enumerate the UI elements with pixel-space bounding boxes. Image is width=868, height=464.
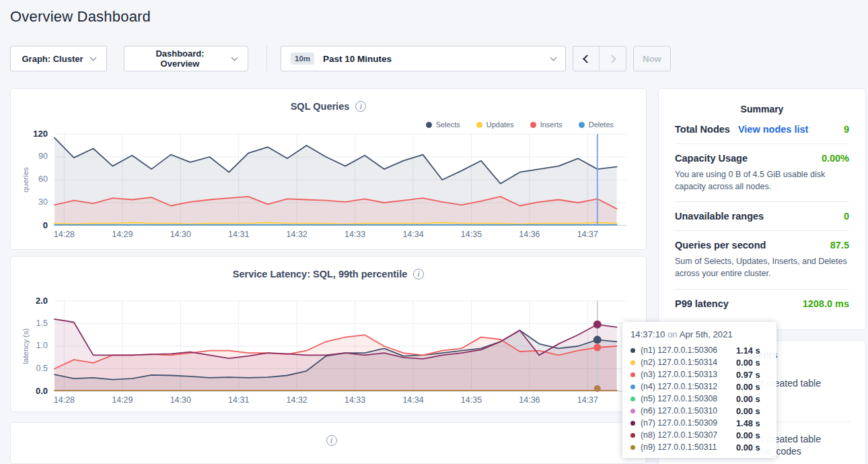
x-axis-tick: 14:34 <box>397 395 429 405</box>
summary-row-description: Sum of Selects, Updates, Inserts, and De… <box>675 255 849 279</box>
summary-title: Summary <box>659 89 865 114</box>
node-color-dot <box>630 372 635 377</box>
node-address: (n7) 127.0.0.1:50309 <box>641 418 736 428</box>
x-axis-tick: 14:32 <box>281 230 313 239</box>
summary-row-value: 9 <box>844 124 849 135</box>
summary-row-label: Total Nodes <box>675 124 730 135</box>
legend-dot <box>476 122 482 128</box>
summary-row: Capacity Usage0.00%You are using 0 B of … <box>675 153 849 193</box>
summary-row-main: P99 latency1208.0 ms <box>675 298 849 309</box>
summary-panel: Summary Total NodesView nodes list9Capac… <box>658 88 866 330</box>
node-latency-value: 1.14 s <box>736 345 760 356</box>
x-axis-tick: 14:31 <box>223 395 255 405</box>
summary-row: P99 latency1208.0 ms <box>675 298 849 309</box>
tooltip-node-row: (n6) 127.0.0.1:503100.00 s <box>630 405 768 417</box>
node-address: (n6) 127.0.0.1:50310 <box>641 406 736 416</box>
replicas-per-node-chart-card: i <box>10 422 647 464</box>
legend-label: Updates <box>486 121 514 129</box>
overview-dashboard-page: Overview Dashboard Graph: Cluster Dashbo… <box>0 0 868 464</box>
node-color-dot <box>630 421 635 426</box>
x-axis-tick: 14:33 <box>339 230 371 239</box>
service-latency-chart-plot[interactable] <box>55 301 626 391</box>
chevron-down-icon <box>231 54 238 61</box>
y-axis-tick: 0 <box>18 220 48 230</box>
now-button[interactable]: Now <box>633 46 671 71</box>
toolbar-divider <box>266 46 267 71</box>
legend-label: Deletes <box>589 121 614 129</box>
x-axis-tick: 14:34 <box>397 230 429 239</box>
time-range-selector[interactable]: 10m Past 10 Minutes <box>281 46 566 71</box>
legend-item-selects: Selects <box>426 121 460 129</box>
summary-row-main: Queries per second87.5 <box>675 240 849 251</box>
summary-row-label: Unavailable ranges <box>675 211 764 222</box>
y-axis-tick: 30 <box>18 197 48 207</box>
info-icon[interactable]: i <box>413 269 424 279</box>
x-axis-tick: 14:35 <box>455 230 487 239</box>
chart-title-row: SQL Queries i <box>11 101 646 112</box>
summary-row-description: You are using 0 B of 4.5 GiB usable disk… <box>675 168 849 193</box>
summary-row-value: 0 <box>844 211 849 222</box>
tooltip-node-row: (n9) 127.0.0.1:503110.00 s <box>630 441 768 453</box>
info-icon[interactable]: i <box>355 101 366 112</box>
node-address: (n3) 127.0.0.1:50313 <box>641 370 736 379</box>
summary-row: Total NodesView nodes list9 <box>675 124 849 135</box>
node-address: (n1) 127.0.0.1:50306 <box>641 345 736 355</box>
tooltip-timestamp: 14:37:10 on Apr 5th, 2021 <box>630 329 768 339</box>
summary-row-value: 0.00% <box>822 153 849 164</box>
summary-divider <box>675 143 849 144</box>
node-address: (n9) 127.0.0.1:50311 <box>641 442 736 452</box>
node-latency-value: 0.00 s <box>736 394 760 404</box>
x-axis-tick: 14:29 <box>106 395 139 405</box>
summary-divider <box>675 201 849 202</box>
node-latency-value: 0.00 s <box>736 406 760 416</box>
node-color-dot <box>630 397 635 401</box>
time-back-button[interactable] <box>573 46 600 71</box>
x-axis-tick: 14:32 <box>281 395 313 405</box>
time-window-badge: 10m <box>291 53 314 65</box>
summary-divider <box>675 230 849 231</box>
node-address: (n8) 127.0.0.1:50307 <box>641 430 736 440</box>
tooltip-node-row: (n3) 127.0.0.1:503130.97 s <box>630 368 768 380</box>
y-axis-tick: 1.0 <box>18 341 48 350</box>
chevron-down-icon <box>89 54 96 61</box>
time-forward-button[interactable] <box>600 46 626 71</box>
summary-row-main: Total NodesView nodes list9 <box>675 124 849 135</box>
node-color-dot <box>630 409 635 413</box>
node-latency-value: 0.00 s <box>736 442 760 453</box>
chart-title-row: Service Latency: SQL, 99th percentile i <box>11 269 646 279</box>
summary-row-main: Capacity Usage0.00% <box>675 153 849 164</box>
x-axis-tick: 14:36 <box>513 230 546 239</box>
tooltip-node-row: (n8) 127.0.0.1:503070.00 s <box>630 429 768 441</box>
toolbar: Graph: Cluster Dashboard: Overview 10m P… <box>0 46 868 71</box>
chart-legend: SelectsUpdatesInsertsDeletes <box>426 121 614 129</box>
x-axis-tick: 14:31 <box>223 230 255 239</box>
time-window-label: Past 10 Minutes <box>323 54 392 64</box>
y-axis-tick: 120 <box>18 129 48 139</box>
legend-item-inserts: Inserts <box>530 121 563 129</box>
service-latency-chart-card: Service Latency: SQL, 99th percentile i … <box>10 256 647 412</box>
summary-row-main: Unavailable ranges0 <box>675 211 849 222</box>
legend-item-deletes: Deletes <box>579 121 614 129</box>
graph-selector-dropdown[interactable]: Graph: Cluster <box>10 46 107 71</box>
tooltip-node-row: (n5) 127.0.0.1:503080.00 s <box>630 393 768 405</box>
dashboard-selector-dropdown[interactable]: Dashboard: Overview <box>124 46 248 71</box>
x-axis-tick: 14:29 <box>106 230 139 239</box>
chevron-left-icon <box>583 55 591 63</box>
tooltip-node-row: (n7) 127.0.0.1:503091.48 s <box>630 417 768 429</box>
view-nodes-list-link[interactable]: View nodes list <box>738 124 809 135</box>
node-latency-value: 0.00 s <box>736 430 760 440</box>
x-axis-tick: 14:35 <box>455 395 487 405</box>
summary-row: Queries per second87.5Sum of Selects, Up… <box>675 240 849 279</box>
node-color-dot <box>630 385 635 389</box>
tooltip-node-row: (n2) 127.0.0.1:503140.00 s <box>630 356 768 368</box>
sql-queries-chart-plot[interactable] <box>55 134 626 226</box>
info-icon[interactable]: i <box>326 435 337 446</box>
tooltip-node-row: (n1) 127.0.0.1:503061.14 s <box>630 344 768 356</box>
sql-queries-chart-card: SQL Queries i SelectsUpdatesInsertsDelet… <box>10 88 647 250</box>
summary-row-value: 87.5 <box>830 240 849 251</box>
node-latency-value: 0.00 s <box>736 382 760 392</box>
summary-rows: Total NodesView nodes list9Capacity Usag… <box>659 114 865 309</box>
node-address: (n4) 127.0.0.1:50312 <box>641 382 736 391</box>
service-latency-chart-title: Service Latency: SQL, 99th percentile <box>233 269 408 279</box>
y-axis-tick: 90 <box>18 152 48 161</box>
